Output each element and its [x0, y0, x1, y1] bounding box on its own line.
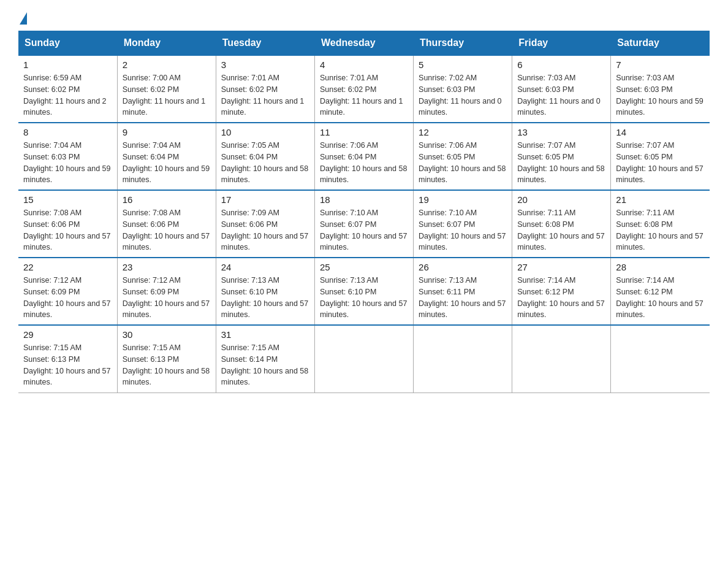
calendar-cell: 18 Sunrise: 7:10 AMSunset: 6:07 PMDaylig…: [314, 190, 413, 258]
calendar-cell: 2 Sunrise: 7:00 AMSunset: 6:02 PMDayligh…: [117, 55, 216, 123]
day-number: 5: [419, 59, 507, 70]
day-info: Sunrise: 7:14 AMSunset: 6:12 PMDaylight:…: [616, 276, 703, 319]
calendar-cell: 27 Sunrise: 7:14 AMSunset: 6:12 PMDaylig…: [512, 258, 611, 325]
day-number: 8: [23, 127, 112, 137]
weekday-header-thursday: Thursday: [414, 31, 512, 56]
day-info: Sunrise: 7:13 AMSunset: 6:10 PMDaylight:…: [320, 276, 407, 319]
day-number: 18: [320, 194, 408, 205]
day-info: Sunrise: 7:08 AMSunset: 6:06 PMDaylight:…: [23, 209, 110, 251]
day-number: 31: [221, 329, 309, 340]
calendar-cell: 12 Sunrise: 7:06 AMSunset: 6:05 PMDaylig…: [414, 123, 512, 190]
day-info: Sunrise: 7:06 AMSunset: 6:04 PMDaylight:…: [320, 141, 407, 184]
day-number: 29: [23, 329, 112, 340]
calendar-cell: 31 Sunrise: 7:15 AMSunset: 6:14 PMDaylig…: [216, 325, 314, 393]
day-info: Sunrise: 7:13 AMSunset: 6:11 PMDaylight:…: [419, 276, 506, 319]
day-number: 4: [320, 59, 408, 70]
day-info: Sunrise: 7:15 AMSunset: 6:13 PMDaylight:…: [123, 343, 210, 386]
calendar-week-3: 15 Sunrise: 7:08 AMSunset: 6:06 PMDaylig…: [18, 190, 710, 258]
weekday-header-monday: Monday: [117, 31, 216, 56]
calendar-week-2: 8 Sunrise: 7:04 AMSunset: 6:03 PMDayligh…: [18, 123, 710, 190]
day-number: 24: [221, 262, 309, 272]
day-info: Sunrise: 7:02 AMSunset: 6:03 PMDaylight:…: [419, 74, 502, 117]
day-info: Sunrise: 7:03 AMSunset: 6:03 PMDaylight:…: [517, 74, 601, 117]
logo: [18, 12, 27, 25]
calendar-cell: 20 Sunrise: 7:11 AMSunset: 6:08 PMDaylig…: [512, 190, 611, 258]
day-info: Sunrise: 6:59 AMSunset: 6:02 PMDaylight:…: [23, 74, 107, 117]
day-info: Sunrise: 7:10 AMSunset: 6:07 PMDaylight:…: [419, 209, 506, 251]
day-number: 23: [123, 262, 211, 272]
calendar-cell: 5 Sunrise: 7:02 AMSunset: 6:03 PMDayligh…: [414, 55, 512, 123]
day-info: Sunrise: 7:01 AMSunset: 6:02 PMDaylight:…: [221, 74, 305, 117]
calendar-cell: 6 Sunrise: 7:03 AMSunset: 6:03 PMDayligh…: [512, 55, 611, 123]
calendar-cell: [611, 325, 710, 393]
day-number: 9: [123, 127, 211, 137]
day-info: Sunrise: 7:05 AMSunset: 6:04 PMDaylight:…: [221, 141, 308, 184]
calendar-cell: 15 Sunrise: 7:08 AMSunset: 6:06 PMDaylig…: [18, 190, 117, 258]
day-number: 12: [419, 127, 507, 137]
day-info: Sunrise: 7:04 AMSunset: 6:04 PMDaylight:…: [123, 141, 210, 184]
calendar-week-1: 1 Sunrise: 6:59 AMSunset: 6:02 PMDayligh…: [18, 55, 710, 123]
calendar-cell: 22 Sunrise: 7:12 AMSunset: 6:09 PMDaylig…: [18, 258, 117, 325]
calendar-cell: 9 Sunrise: 7:04 AMSunset: 6:04 PMDayligh…: [117, 123, 216, 190]
day-number: 16: [123, 194, 211, 205]
day-number: 2: [123, 59, 211, 70]
calendar-cell: 19 Sunrise: 7:10 AMSunset: 6:07 PMDaylig…: [414, 190, 512, 258]
calendar-cell: 26 Sunrise: 7:13 AMSunset: 6:11 PMDaylig…: [414, 258, 512, 325]
calendar-cell: 21 Sunrise: 7:11 AMSunset: 6:08 PMDaylig…: [611, 190, 710, 258]
weekday-header-saturday: Saturday: [611, 31, 710, 56]
day-number: 30: [123, 329, 211, 340]
day-info: Sunrise: 7:01 AMSunset: 6:02 PMDaylight:…: [320, 74, 403, 117]
calendar-table: SundayMondayTuesdayWednesdayThursdayFrid…: [18, 31, 710, 393]
calendar-cell: [414, 325, 512, 393]
day-info: Sunrise: 7:15 AMSunset: 6:14 PMDaylight:…: [221, 343, 308, 386]
day-number: 1: [23, 59, 112, 70]
day-info: Sunrise: 7:03 AMSunset: 6:03 PMDaylight:…: [616, 74, 703, 117]
day-info: Sunrise: 7:04 AMSunset: 6:03 PMDaylight:…: [23, 141, 110, 184]
day-info: Sunrise: 7:14 AMSunset: 6:12 PMDaylight:…: [517, 276, 604, 319]
calendar-cell: 24 Sunrise: 7:13 AMSunset: 6:10 PMDaylig…: [216, 258, 314, 325]
day-info: Sunrise: 7:12 AMSunset: 6:09 PMDaylight:…: [23, 276, 110, 319]
calendar-cell: 28 Sunrise: 7:14 AMSunset: 6:12 PMDaylig…: [611, 258, 710, 325]
day-number: 13: [517, 127, 605, 137]
day-number: 27: [517, 262, 605, 272]
day-info: Sunrise: 7:10 AMSunset: 6:07 PMDaylight:…: [320, 209, 407, 251]
calendar-week-4: 22 Sunrise: 7:12 AMSunset: 6:09 PMDaylig…: [18, 258, 710, 325]
day-info: Sunrise: 7:08 AMSunset: 6:06 PMDaylight:…: [123, 209, 210, 251]
weekday-header-sunday: Sunday: [18, 31, 117, 56]
day-info: Sunrise: 7:11 AMSunset: 6:08 PMDaylight:…: [517, 209, 604, 251]
calendar-cell: 10 Sunrise: 7:05 AMSunset: 6:04 PMDaylig…: [216, 123, 314, 190]
weekday-header-wednesday: Wednesday: [314, 31, 413, 56]
calendar-cell: 16 Sunrise: 7:08 AMSunset: 6:06 PMDaylig…: [117, 190, 216, 258]
calendar-week-5: 29 Sunrise: 7:15 AMSunset: 6:13 PMDaylig…: [18, 325, 710, 393]
day-number: 22: [23, 262, 112, 272]
day-info: Sunrise: 7:13 AMSunset: 6:10 PMDaylight:…: [221, 276, 308, 319]
calendar-cell: 13 Sunrise: 7:07 AMSunset: 6:05 PMDaylig…: [512, 123, 611, 190]
calendar-cell: 7 Sunrise: 7:03 AMSunset: 6:03 PMDayligh…: [611, 55, 710, 123]
day-number: 11: [320, 127, 408, 137]
day-info: Sunrise: 7:15 AMSunset: 6:13 PMDaylight:…: [23, 343, 110, 386]
day-number: 26: [419, 262, 507, 272]
calendar-cell: 29 Sunrise: 7:15 AMSunset: 6:13 PMDaylig…: [18, 325, 117, 393]
calendar-cell: 4 Sunrise: 7:01 AMSunset: 6:02 PMDayligh…: [314, 55, 413, 123]
day-number: 14: [616, 127, 705, 137]
calendar-cell: [512, 325, 611, 393]
day-info: Sunrise: 7:12 AMSunset: 6:09 PMDaylight:…: [123, 276, 210, 319]
day-number: 6: [517, 59, 605, 70]
calendar-cell: 1 Sunrise: 6:59 AMSunset: 6:02 PMDayligh…: [18, 55, 117, 123]
day-info: Sunrise: 7:06 AMSunset: 6:05 PMDaylight:…: [419, 141, 506, 184]
day-info: Sunrise: 7:11 AMSunset: 6:08 PMDaylight:…: [616, 209, 703, 251]
day-info: Sunrise: 7:00 AMSunset: 6:02 PMDaylight:…: [123, 74, 206, 117]
calendar-cell: 17 Sunrise: 7:09 AMSunset: 6:06 PMDaylig…: [216, 190, 314, 258]
calendar-cell: 3 Sunrise: 7:01 AMSunset: 6:02 PMDayligh…: [216, 55, 314, 123]
day-info: Sunrise: 7:09 AMSunset: 6:06 PMDaylight:…: [221, 209, 308, 251]
day-number: 21: [616, 194, 705, 205]
calendar-cell: [314, 325, 413, 393]
day-number: 28: [616, 262, 705, 272]
calendar-cell: 14 Sunrise: 7:07 AMSunset: 6:05 PMDaylig…: [611, 123, 710, 190]
calendar-body: 1 Sunrise: 6:59 AMSunset: 6:02 PMDayligh…: [18, 55, 710, 393]
day-number: 19: [419, 194, 507, 205]
calendar-cell: 11 Sunrise: 7:06 AMSunset: 6:04 PMDaylig…: [314, 123, 413, 190]
calendar-cell: 25 Sunrise: 7:13 AMSunset: 6:10 PMDaylig…: [314, 258, 413, 325]
day-number: 20: [517, 194, 605, 205]
page-header: [18, 12, 710, 25]
